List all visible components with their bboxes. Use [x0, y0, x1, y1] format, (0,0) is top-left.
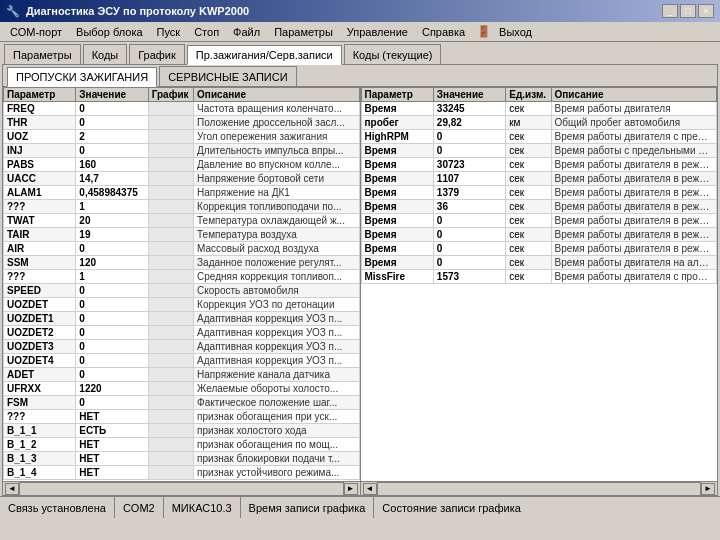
left-table-row[interactable]: PABS 160 Давление во впускном колле...: [4, 158, 360, 172]
menu-file[interactable]: Файл: [227, 25, 266, 39]
left-graph-cell[interactable]: [148, 102, 193, 116]
right-table-row[interactable]: Время 0 сек Время работы двигателя на ал…: [361, 256, 717, 270]
menu-start[interactable]: Пуск: [151, 25, 187, 39]
right-param-cell: Время: [361, 242, 433, 256]
left-table-row[interactable]: UOZDET4 0 Адаптивная коррекция УОЗ п...: [4, 354, 360, 368]
left-scroll-bar[interactable]: ◄ ►: [3, 481, 360, 495]
tab-graph[interactable]: График: [129, 44, 185, 64]
tab-ignition-misses[interactable]: ПРОПУСКИ ЗАЖИГАНИЯ: [7, 67, 157, 87]
left-graph-cell[interactable]: [148, 228, 193, 242]
left-hscroll-track[interactable]: [19, 482, 344, 496]
left-graph-cell[interactable]: [148, 312, 193, 326]
right-table-scroll[interactable]: Параметр Значение Ед.изм. Описание Время…: [361, 87, 718, 481]
menu-exit[interactable]: Выход: [493, 25, 538, 39]
right-table-row[interactable]: MissFire 1573 сек Время работы двигателя…: [361, 270, 717, 284]
left-table-row[interactable]: ??? 1 Коррекция топливоподачи по...: [4, 200, 360, 214]
menu-com-port[interactable]: СОМ-порт: [4, 25, 68, 39]
menu-control[interactable]: Управление: [341, 25, 414, 39]
left-graph-cell[interactable]: [148, 186, 193, 200]
tab-params[interactable]: Параметры: [4, 44, 81, 64]
left-table-row[interactable]: AIR 0 Массовый расход воздуха: [4, 242, 360, 256]
left-scroll-left[interactable]: ◄: [5, 483, 19, 495]
right-table-row[interactable]: Время 36 сек Время работы двигателя в ре…: [361, 200, 717, 214]
close-button[interactable]: ×: [698, 4, 714, 18]
left-graph-cell[interactable]: [148, 284, 193, 298]
right-scroll-left[interactable]: ◄: [363, 483, 377, 495]
left-graph-cell[interactable]: [148, 200, 193, 214]
left-table-row[interactable]: ADET 0 Напряжение канала датчика: [4, 368, 360, 382]
left-table-row[interactable]: B_1_3 НЕТ признак блокировки подачи т...: [4, 452, 360, 466]
left-table-scroll[interactable]: Параметр Значение График Описание FREQ 0…: [3, 87, 360, 481]
left-table-row[interactable]: UOZ 2 Угол опережения зажигания: [4, 130, 360, 144]
left-graph-cell[interactable]: [148, 424, 193, 438]
left-graph-cell[interactable]: [148, 270, 193, 284]
menu-help[interactable]: Справка: [416, 25, 471, 39]
left-scroll-right[interactable]: ►: [344, 483, 358, 495]
left-value-cell: 0: [76, 326, 148, 340]
left-graph-cell[interactable]: [148, 242, 193, 256]
left-graph-cell[interactable]: [148, 172, 193, 186]
left-table-row[interactable]: UOZDET1 0 Адаптивная коррекция УОЗ п...: [4, 312, 360, 326]
left-table-row[interactable]: UOZDET 0 Коррекция УОЗ по детонации: [4, 298, 360, 312]
left-graph-cell[interactable]: [148, 452, 193, 466]
left-graph-cell[interactable]: [148, 298, 193, 312]
tab-ignition-service[interactable]: Пр.зажигания/Серв.записи: [187, 45, 342, 65]
left-table-row[interactable]: TWAT 20 Температура охлаждающей ж...: [4, 214, 360, 228]
left-table-row[interactable]: UOZDET2 0 Адаптивная коррекция УОЗ п...: [4, 326, 360, 340]
left-desc-cell: Давление во впускном колле...: [194, 158, 359, 172]
left-col-desc-header: Описание: [194, 88, 359, 102]
left-table-row[interactable]: SSM 120 Заданное положение регулят...: [4, 256, 360, 270]
left-graph-cell[interactable]: [148, 368, 193, 382]
left-table-row[interactable]: B_1_1 ЕСТЬ признак холостого хода: [4, 424, 360, 438]
left-graph-cell[interactable]: [148, 326, 193, 340]
right-scroll-right[interactable]: ►: [701, 483, 715, 495]
right-table-row[interactable]: HighRPM 0 сек Время работы двигателя с п…: [361, 130, 717, 144]
right-hscroll-track[interactable]: [377, 482, 702, 496]
left-table-row[interactable]: SPEED 0 Скорость автомобиля: [4, 284, 360, 298]
left-graph-cell[interactable]: [148, 438, 193, 452]
right-table-row[interactable]: Время 0 сек Время работы двигателя в реж…: [361, 214, 717, 228]
left-graph-cell[interactable]: [148, 410, 193, 424]
menu-select-block[interactable]: Выбор блока: [70, 25, 148, 39]
left-table-row[interactable]: TAIR 19 Температура воздуха: [4, 228, 360, 242]
left-graph-cell[interactable]: [148, 158, 193, 172]
left-table-row[interactable]: UOZDET3 0 Адаптивная коррекция УОЗ п...: [4, 340, 360, 354]
left-graph-cell[interactable]: [148, 214, 193, 228]
left-table-row[interactable]: ??? 1 Средняя коррекция топливоп...: [4, 270, 360, 284]
tab-service-records[interactable]: СЕРВИСНЫЕ ЗАПИСИ: [159, 66, 296, 86]
left-graph-cell[interactable]: [148, 354, 193, 368]
right-table-row[interactable]: Время 1379 сек Время работы двигателя в …: [361, 186, 717, 200]
left-table-row[interactable]: B_1_4 НЕТ признак устойчивого режима...: [4, 466, 360, 480]
left-graph-cell[interactable]: [148, 382, 193, 396]
left-graph-cell[interactable]: [148, 130, 193, 144]
right-table-row[interactable]: пробег 29,82 км Общий пробег автомобиля: [361, 116, 717, 130]
right-table-row[interactable]: Время 0 сек Время работы двигателя в реж…: [361, 242, 717, 256]
left-table-row[interactable]: INJ 0 Длительность импульса впры...: [4, 144, 360, 158]
minimize-button[interactable]: _: [662, 4, 678, 18]
tab-codes[interactable]: Коды: [83, 44, 128, 64]
left-table-row[interactable]: UFRXX 1220 Желаемые обороты холосто...: [4, 382, 360, 396]
left-table-row[interactable]: THR 0 Положение дроссельной засл...: [4, 116, 360, 130]
left-table-row[interactable]: ??? НЕТ признак обогащения при уск...: [4, 410, 360, 424]
left-graph-cell[interactable]: [148, 144, 193, 158]
maximize-button[interactable]: □: [680, 4, 696, 18]
right-table-row[interactable]: Время 1107 сек Время работы двигателя в …: [361, 172, 717, 186]
left-table-row[interactable]: B_1_2 НЕТ признак обогащения по мощ...: [4, 438, 360, 452]
menu-stop[interactable]: Стоп: [188, 25, 225, 39]
right-table-row[interactable]: Время 30723 сек Время работы двигателя в…: [361, 158, 717, 172]
tab-codes-current[interactable]: Коды (текущие): [344, 44, 442, 64]
left-graph-cell[interactable]: [148, 116, 193, 130]
right-scroll-bar[interactable]: ◄ ►: [361, 481, 718, 495]
menu-params[interactable]: Параметры: [268, 25, 339, 39]
left-graph-cell[interactable]: [148, 396, 193, 410]
left-table-row[interactable]: FREQ 0 Частота вращения коленчато...: [4, 102, 360, 116]
right-table-row[interactable]: Время 0 сек Время работы двигателя в реж…: [361, 228, 717, 242]
right-table-row[interactable]: Время 0 сек Время работы с предельными д…: [361, 144, 717, 158]
right-table-row[interactable]: Время 33245 сек Время работы двигателя: [361, 102, 717, 116]
left-graph-cell[interactable]: [148, 256, 193, 270]
left-table-row[interactable]: FSM 0 Фактическое положение шаг...: [4, 396, 360, 410]
left-graph-cell[interactable]: [148, 340, 193, 354]
left-table-row[interactable]: UACC 14,7 Напряжение бортовой сети: [4, 172, 360, 186]
left-table-row[interactable]: ALAM1 0,458984375 Напряжение на ДК1: [4, 186, 360, 200]
left-graph-cell[interactable]: [148, 466, 193, 480]
